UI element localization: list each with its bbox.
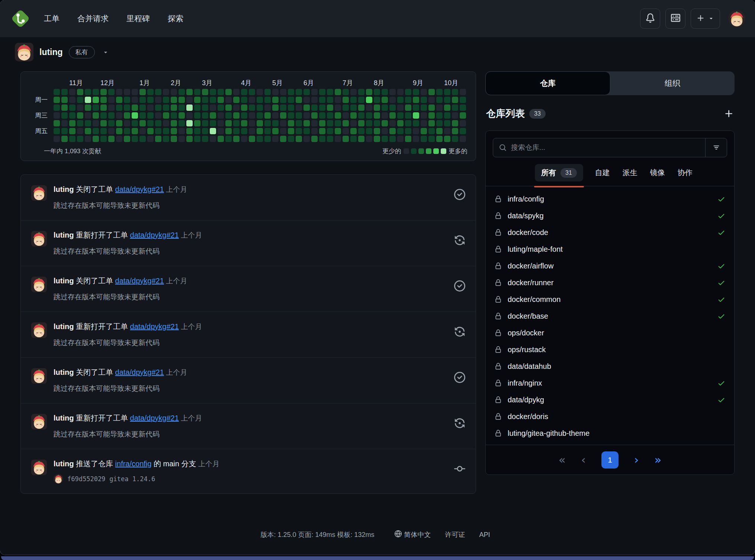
actor-link[interactable]: luting — [54, 368, 74, 376]
repo-filter-4[interactable]: 协作 — [677, 164, 693, 181]
actor-link[interactable]: luting — [54, 277, 74, 285]
target-link[interactable]: infra/config — [115, 460, 152, 468]
heatmap-cell — [69, 112, 76, 119]
issue-closed-icon — [454, 189, 465, 200]
activity-timestamp: 上个月 — [166, 368, 187, 376]
nav-link-0[interactable]: 工单 — [44, 13, 60, 24]
actor-link[interactable]: luting — [54, 322, 74, 331]
heatmap-cell — [225, 136, 232, 142]
heatmap-cell — [61, 120, 68, 126]
tab-organizations[interactable]: 组织 — [610, 71, 735, 95]
add-repo-button[interactable] — [724, 109, 734, 119]
lock-icon — [495, 196, 502, 203]
filter-button[interactable] — [705, 138, 727, 157]
chevron-down-icon[interactable] — [102, 49, 109, 55]
actor-link[interactable]: luting — [54, 460, 74, 468]
heatmap-cell — [264, 128, 271, 134]
user-avatar[interactable] — [728, 10, 745, 27]
heatmap-day-label: 周一 — [35, 97, 48, 103]
repo-row[interactable]: data/spykg — [495, 207, 725, 224]
repo-search-input[interactable] — [511, 144, 705, 152]
target-link[interactable]: data/dpykg#21 — [115, 277, 164, 285]
heatmap-cell — [272, 120, 279, 126]
repo-name: docker/base — [508, 312, 548, 321]
actor-avatar[interactable] — [31, 414, 47, 429]
target-link[interactable]: data/dpykg#21 — [130, 231, 179, 239]
create-new-button[interactable] — [691, 9, 720, 29]
heatmap-cell — [61, 128, 68, 134]
repo-filter-2[interactable]: 派生 — [622, 164, 638, 181]
repo-row[interactable]: docker/common — [495, 291, 725, 308]
repo-row[interactable]: data/datahub — [495, 358, 725, 375]
target-link[interactable]: data/dpykg#21 — [115, 185, 164, 193]
actor-link[interactable]: luting — [54, 414, 74, 422]
heatmap-cell — [421, 104, 427, 111]
actor-avatar[interactable] — [31, 322, 47, 338]
heatmap-cell — [124, 120, 130, 126]
pagination-next[interactable]: › — [634, 454, 639, 466]
heatmap-cell — [108, 136, 115, 142]
actor-avatar[interactable] — [31, 277, 47, 292]
notifications-button[interactable] — [640, 9, 660, 29]
repo-row[interactable]: luting/gitea-github-theme — [495, 425, 725, 442]
language-selector[interactable]: 简体中文 — [395, 530, 431, 539]
server-monitor-button[interactable] — [665, 9, 685, 29]
pagination-last[interactable]: » — [654, 454, 661, 466]
main-nav: 工单合并请求里程碑探索 — [44, 13, 183, 24]
pagination-current-page[interactable]: 1 — [601, 451, 619, 469]
target-link[interactable]: data/dpykg#21 — [115, 368, 164, 376]
profile-avatar[interactable] — [15, 43, 33, 61]
repo-row[interactable]: infra/config — [495, 191, 725, 207]
actor-avatar[interactable] — [31, 368, 47, 384]
repo-row[interactable]: data/dpykg — [495, 392, 725, 408]
repo-list-card: 所有31自建派生镜像协作 infra/configdata/spykgdocke… — [485, 131, 735, 475]
nav-link-3[interactable]: 探索 — [168, 13, 183, 24]
repo-row[interactable]: docker/airflow — [495, 258, 725, 274]
repo-row[interactable]: docker/code — [495, 224, 725, 241]
heatmap-cell — [421, 97, 427, 103]
heatmap-cell — [124, 136, 130, 142]
committer-avatar[interactable] — [54, 474, 63, 484]
actor-avatar[interactable] — [31, 231, 47, 247]
heatmap-cell — [233, 128, 240, 134]
actor-link[interactable]: luting — [54, 231, 74, 239]
heatmap-cell — [358, 120, 364, 126]
heatmap-cell — [343, 89, 349, 95]
repo-row[interactable]: luting/maple-font — [495, 241, 725, 258]
repo-row[interactable]: ops/rustack — [495, 341, 725, 358]
repo-filter-3[interactable]: 镜像 — [649, 164, 666, 181]
heatmap-cell — [319, 128, 325, 134]
actor-link[interactable]: luting — [54, 185, 74, 193]
nav-link-2[interactable]: 里程碑 — [126, 13, 150, 24]
repo-filter-1[interactable]: 自建 — [594, 164, 611, 181]
actor-avatar[interactable] — [31, 185, 47, 201]
heatmap-cell — [460, 104, 466, 111]
heatmap-cell — [233, 104, 240, 111]
repo-row[interactable]: ops/docker — [495, 325, 725, 341]
nav-link-1[interactable]: 合并请求 — [77, 13, 109, 24]
repo-row[interactable]: docker/doris — [495, 408, 725, 425]
heatmap-cell — [218, 104, 224, 111]
license-link[interactable]: 许可证 — [445, 530, 465, 539]
lock-icon — [495, 380, 502, 387]
heatmap-cell — [382, 120, 388, 126]
heatmap-cell — [335, 97, 341, 103]
heatmap-cell — [389, 97, 396, 103]
commit-hash[interactable]: f69d552029 — [67, 475, 105, 483]
repo-filter-0[interactable]: 所有31 — [535, 164, 583, 181]
gitea-logo[interactable] — [10, 8, 31, 29]
repo-row[interactable]: infra/nginx — [495, 375, 725, 392]
actor-avatar[interactable] — [31, 460, 47, 475]
heatmap-cell — [311, 112, 318, 119]
target-link[interactable]: data/dpykg#21 — [130, 414, 179, 422]
tab-repositories[interactable]: 仓库 — [485, 71, 610, 95]
target-link[interactable]: data/dpykg#21 — [130, 322, 179, 331]
heatmap-cell — [436, 128, 443, 134]
pagination: « ‹ 1 › » — [486, 445, 734, 474]
repo-row[interactable]: docker/base — [495, 308, 725, 325]
heatmap-cell — [389, 136, 396, 142]
repo-row[interactable]: docker/runner — [495, 274, 725, 291]
heatmap-cell — [186, 104, 193, 111]
api-link[interactable]: API — [479, 531, 490, 539]
activity-timestamp: 上个月 — [181, 231, 202, 239]
